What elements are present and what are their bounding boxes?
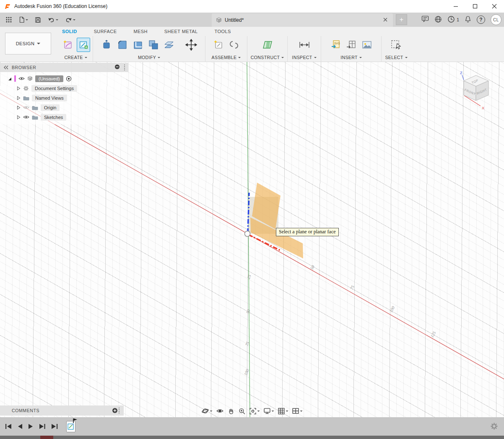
comments-panel[interactable]: COMMENTS	[0, 405, 124, 416]
canvas-image-icon[interactable]	[360, 38, 374, 52]
user-avatar[interactable]: CL	[491, 14, 501, 25]
pan-hand-icon	[228, 408, 235, 415]
comment-bubble-icon[interactable]	[421, 15, 429, 24]
collapse-all-icon[interactable]	[114, 64, 120, 71]
insert-mesh-icon[interactable]	[345, 38, 358, 52]
construction-plane-icon[interactable]	[261, 38, 274, 52]
maximize-button[interactable]	[465, 0, 485, 13]
tab-mesh[interactable]: MESH	[133, 29, 147, 34]
modify-dropdown[interactable]: MODIFY	[138, 55, 160, 60]
create-form-icon[interactable]	[61, 38, 75, 52]
modify-label: MODIFY	[138, 55, 156, 60]
document-root-label[interactable]: (Unsaved)	[35, 75, 63, 82]
construct-dropdown[interactable]: CONSTRUCT	[251, 55, 284, 60]
viewports-button[interactable]	[292, 408, 303, 414]
tab-sheet-metal[interactable]: SHEET METAL	[164, 29, 198, 34]
expand-caret-icon[interactable]	[17, 106, 21, 110]
orbit-button[interactable]	[202, 407, 213, 415]
fit-button[interactable]	[249, 408, 260, 415]
tab-solid[interactable]: SOLID	[62, 29, 77, 34]
move-copy-icon[interactable]	[184, 38, 198, 52]
save-button[interactable]	[33, 15, 43, 25]
combine-icon[interactable]	[147, 38, 160, 52]
close-button[interactable]	[485, 0, 504, 13]
timeline-marker-flag[interactable]	[73, 418, 78, 424]
caret-down-icon	[359, 57, 362, 58]
press-pull-icon[interactable]	[100, 38, 114, 52]
new-tab-button[interactable]: +	[396, 14, 407, 25]
new-component-icon[interactable]	[212, 38, 225, 52]
eye-icon[interactable]	[23, 115, 29, 119]
browser-item-named-views[interactable]: Named Views	[0, 93, 126, 103]
play-button[interactable]	[28, 424, 34, 429]
expand-caret-icon[interactable]	[17, 115, 21, 119]
undo-button[interactable]	[46, 15, 60, 25]
hidden-eye-icon[interactable]	[23, 105, 29, 110]
help-icon[interactable]: ?	[477, 15, 485, 24]
minimize-button[interactable]	[446, 0, 465, 13]
fillet-icon[interactable]	[116, 38, 129, 52]
design-workspace-dropdown[interactable]: DESIGN	[5, 33, 51, 54]
insert-dropdown[interactable]: INSERT	[340, 55, 362, 60]
shell-icon[interactable]	[131, 38, 145, 52]
browser-root-row[interactable]: (Unsaved)	[0, 74, 126, 83]
origin-point[interactable]	[245, 231, 250, 237]
go-to-start-button[interactable]	[5, 424, 12, 429]
pan-button[interactable]	[228, 408, 235, 415]
offset-face-icon[interactable]	[162, 38, 176, 52]
close-tab-icon[interactable]	[382, 16, 389, 24]
display-settings-button[interactable]	[264, 408, 274, 414]
expand-caret-icon[interactable]	[17, 86, 21, 90]
select-icon[interactable]	[390, 38, 403, 52]
file-menu-button[interactable]	[17, 15, 30, 25]
tab-surface[interactable]: SURFACE	[94, 29, 117, 34]
add-comment-icon[interactable]	[112, 408, 118, 413]
panel-grip[interactable]	[119, 408, 120, 413]
panel-grip[interactable]	[124, 65, 126, 70]
undo-icon	[48, 17, 55, 23]
create-dropdown[interactable]: CREATE	[64, 55, 87, 60]
collapse-panel-chevrons-icon[interactable]	[3, 65, 8, 70]
browser-item-document-settings[interactable]: Document Settings	[0, 83, 126, 93]
look-at-button[interactable]	[216, 408, 224, 414]
insert-svg-icon[interactable]: SVG	[329, 38, 343, 52]
caret-down-icon	[238, 57, 241, 58]
eye-icon[interactable]	[18, 76, 25, 81]
item-label[interactable]: Origin	[41, 104, 60, 111]
create-sketch-button[interactable]	[77, 38, 90, 52]
measure-icon[interactable]	[298, 38, 311, 52]
comments-title: COMMENTS	[12, 408, 39, 413]
timeline-sketch-feature[interactable]	[66, 421, 75, 432]
go-to-end-button[interactable]	[51, 424, 58, 429]
select-dropdown[interactable]: SELECT	[385, 55, 407, 60]
browser-item-origin[interactable]: Origin	[0, 103, 126, 112]
zoom-button[interactable]	[239, 408, 246, 415]
collapse-arrow-icon[interactable]	[8, 77, 12, 81]
grid-settings-button[interactable]	[278, 408, 288, 415]
app-grid-menu-button[interactable]	[3, 15, 14, 25]
document-tab[interactable]: Untitled*	[212, 13, 393, 27]
viewcube-z-label: Z	[460, 70, 462, 75]
step-forward-button[interactable]	[39, 424, 46, 429]
item-label[interactable]: Document Settings	[31, 85, 77, 92]
notifications-bell-icon[interactable]	[465, 15, 471, 24]
job-status-clock-icon[interactable]	[447, 15, 455, 24]
inspect-dropdown[interactable]: INSPECT	[292, 55, 316, 60]
settings-gear-icon	[23, 85, 29, 91]
item-label[interactable]: Named Views	[32, 95, 67, 101]
viewport[interactable]: 25 50 75 100 50 75 100 125 TOP FRONT RIG…	[0, 62, 504, 417]
view-cube[interactable]: TOP FRONT RIGHT Z X	[460, 70, 488, 110]
browser-item-sketches[interactable]: Sketches	[0, 112, 126, 122]
step-back-button[interactable]	[17, 424, 23, 429]
bottom-edge-strip	[0, 436, 504, 439]
item-label[interactable]: Sketches	[41, 114, 66, 121]
expand-caret-icon[interactable]	[17, 96, 21, 100]
redo-button[interactable]	[63, 15, 78, 25]
svg-text: SVG	[334, 42, 340, 45]
assemble-dropdown[interactable]: ASSEMBLE	[212, 55, 241, 60]
timeline-options-gear-icon[interactable]	[490, 422, 498, 430]
web-globe-icon[interactable]	[434, 15, 442, 24]
activate-component-radio-icon[interactable]	[66, 76, 72, 82]
tab-tools[interactable]: TOOLS	[215, 29, 231, 34]
joint-icon[interactable]	[227, 38, 241, 52]
